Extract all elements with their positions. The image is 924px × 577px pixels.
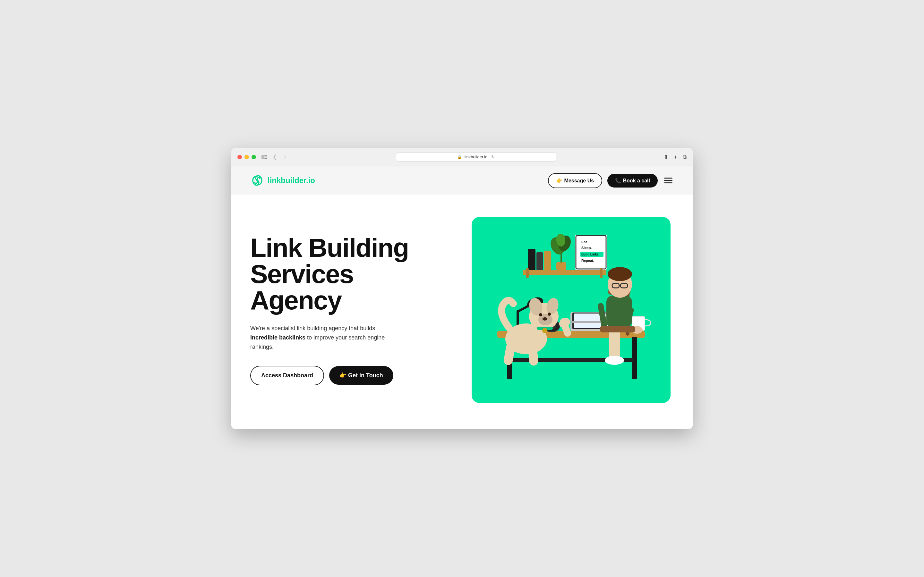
back-icon[interactable]: [271, 154, 278, 160]
svg-rect-64: [503, 342, 516, 366]
new-tab-icon[interactable]: ＋: [673, 153, 678, 161]
browser-actions: ⬆ ＋ ⧉: [664, 153, 687, 161]
svg-rect-5: [528, 249, 535, 270]
browser-window: 🔒 linkbuilder.io ↻ ⬆ ＋ ⧉ linkbuilder.io: [231, 148, 693, 429]
access-dashboard-button[interactable]: Access Dashboard: [250, 366, 324, 385]
hero-buttons: Access Dashboard 👉 Get in Touch: [250, 366, 417, 385]
hero-right: Eat. Sleep. Build Links. Repeat.: [468, 217, 674, 403]
logo-icon: [250, 173, 264, 187]
svg-point-61: [542, 328, 548, 333]
svg-rect-6: [536, 252, 543, 270]
svg-point-58: [548, 313, 551, 316]
svg-rect-0: [262, 155, 264, 159]
hero-left: Link Building Services Agency We're a sp…: [250, 235, 417, 385]
hero-title: Link Building Services Agency: [250, 235, 417, 314]
menu-line-2: [664, 180, 672, 181]
svg-rect-21: [600, 268, 603, 278]
svg-rect-3: [264, 158, 267, 159]
refresh-icon[interactable]: ↻: [491, 155, 495, 159]
traffic-light-yellow[interactable]: [244, 155, 249, 159]
svg-rect-8: [556, 262, 566, 270]
traffic-light-red[interactable]: [237, 155, 242, 159]
hero-title-line1: Link Building: [250, 233, 409, 262]
address-bar[interactable]: 🔒 linkbuilder.io ↻: [396, 152, 556, 161]
logo-text: linkbuilder.io: [268, 176, 315, 185]
book-call-button[interactable]: 📞 Book a call: [607, 174, 658, 187]
svg-rect-51: [600, 326, 635, 332]
hero-illustration: Eat. Sleep. Build Links. Repeat.: [472, 217, 670, 403]
svg-rect-7: [544, 251, 551, 270]
svg-point-59: [543, 318, 547, 321]
nav-actions: 👉 Message Us 📞 Book a call: [548, 173, 674, 188]
hero-description: We're a specialist link building agency …: [250, 324, 391, 351]
lock-icon: 🔒: [457, 155, 462, 159]
url-text: linkbuilder.io: [465, 155, 488, 159]
svg-text:Build Links.: Build Links.: [582, 253, 599, 256]
hero-title-line3: Agency: [250, 285, 341, 315]
share-icon[interactable]: ⬆: [664, 153, 668, 160]
get-in-touch-button[interactable]: 👉 Get in Touch: [329, 366, 393, 385]
hero-section: Link Building Services Agency We're a sp…: [231, 195, 693, 425]
svg-text:Sleep.: Sleep.: [582, 246, 591, 250]
svg-text:Eat.: Eat.: [582, 240, 588, 244]
illustration-svg: Eat. Sleep. Build Links. Repeat.: [472, 217, 670, 403]
svg-rect-1: [264, 155, 267, 156]
svg-rect-2: [264, 156, 267, 157]
page-content: linkbuilder.io 👉 Message Us 📞 Book a cal…: [231, 166, 693, 429]
svg-rect-4: [523, 270, 606, 275]
svg-point-57: [539, 313, 542, 316]
tabs-icon[interactable]: ⧉: [683, 154, 687, 160]
menu-line-1: [664, 177, 672, 179]
hero-desc-prefix: We're a specialist link building agency …: [250, 325, 375, 332]
svg-point-42: [607, 267, 632, 281]
navigation: linkbuilder.io 👉 Message Us 📞 Book a cal…: [231, 166, 693, 195]
browser-chrome: 🔒 linkbuilder.io ↻ ⬆ ＋ ⧉: [231, 148, 693, 166]
svg-rect-20: [526, 268, 529, 278]
message-us-button[interactable]: 👉 Message Us: [548, 173, 602, 188]
menu-button[interactable]: [663, 176, 674, 185]
hero-title-line2: Services: [250, 259, 353, 288]
hero-desc-bold: incredible backlinks: [250, 334, 305, 341]
browser-controls: [261, 154, 288, 160]
sidebar-toggle-icon[interactable]: [261, 154, 268, 160]
menu-line-3: [664, 182, 672, 183]
svg-text:Repeat.: Repeat.: [582, 259, 594, 263]
logo-main: linkbuilder: [268, 176, 306, 185]
svg-point-50: [605, 356, 624, 365]
forward-icon[interactable]: [282, 154, 288, 160]
logo-accent: .io: [306, 176, 315, 185]
traffic-lights: [237, 155, 256, 159]
logo[interactable]: linkbuilder.io: [250, 173, 315, 187]
traffic-light-green[interactable]: [252, 155, 256, 159]
